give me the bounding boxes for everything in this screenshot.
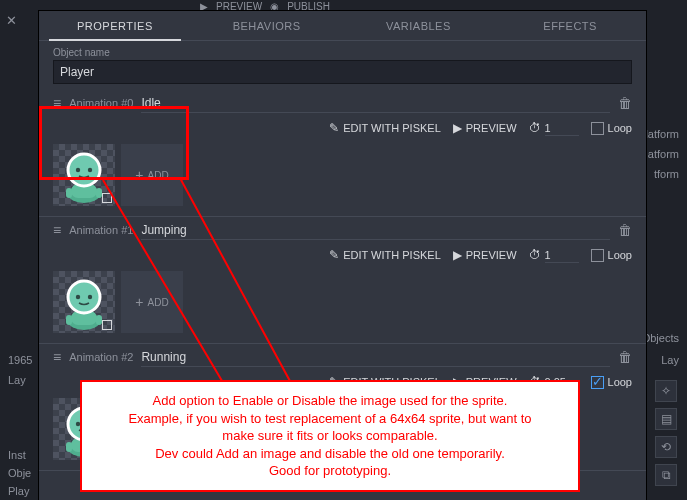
tool-icon[interactable]: ▤ [655, 408, 677, 430]
checkbox-icon[interactable] [591, 122, 604, 135]
close-icon[interactable]: ✕ [4, 14, 18, 28]
loop-label: Loop [608, 376, 632, 388]
edit-with-piskel-button[interactable]: ✎ EDIT WITH PISKEL [329, 121, 441, 135]
loop-label: Loop [608, 122, 632, 134]
drag-handle-icon[interactable]: ≡ [53, 95, 61, 111]
drag-handle-icon[interactable]: ≡ [53, 222, 61, 238]
loop-toggle[interactable]: Loop [591, 122, 632, 135]
delete-animation-icon[interactable]: 🗑 [618, 349, 632, 365]
frame-checkbox-icon[interactable] [102, 320, 112, 330]
animation-index-label: Animation #1 [69, 224, 133, 236]
loop-toggle[interactable]: Loop [591, 249, 632, 262]
bg-text: Lay [661, 354, 679, 366]
tab-effects[interactable]: EFFECTS [494, 11, 646, 40]
plus-icon: + [135, 294, 143, 310]
frame-time-input[interactable] [545, 248, 579, 263]
preview-button[interactable]: ▶ PREVIEW [453, 248, 517, 262]
frames-row: +ADD [53, 140, 632, 212]
svg-rect-14 [66, 315, 72, 325]
tab-behaviors[interactable]: BEHAVIORS [191, 11, 343, 40]
animation-index-label: Animation #2 [69, 351, 133, 363]
bg-text: 1965 [8, 354, 32, 366]
preview-label: PREVIEW [466, 249, 517, 261]
checkbox-icon[interactable] [591, 249, 604, 262]
object-name-input[interactable] [53, 60, 632, 84]
animation-name-input[interactable] [141, 94, 610, 113]
annotation-note: Add option to Enable or Disable the imag… [80, 380, 580, 492]
bg-text: Lay [8, 374, 26, 386]
checkbox-icon[interactable] [591, 376, 604, 389]
tab-variables[interactable]: VARIABLES [343, 11, 495, 40]
animation-block: ≡ Animation #0 🗑 ✎ EDIT WITH PISKEL ▶ PR… [39, 90, 646, 217]
delete-animation-icon[interactable]: 🗑 [618, 95, 632, 111]
side-toolbar: ✧ ▤ ⟲ ⧉ [655, 380, 681, 486]
frames-row: +ADD [53, 267, 632, 339]
timer-icon: ⏱ [529, 248, 541, 262]
edit-label: EDIT WITH PISKEL [343, 249, 441, 261]
svg-point-5 [88, 168, 92, 172]
tool-icon[interactable]: ✧ [655, 380, 677, 402]
delete-animation-icon[interactable]: 🗑 [618, 222, 632, 238]
bg-text: tform [654, 168, 679, 180]
svg-point-4 [76, 168, 80, 172]
animation-index-label: Animation #0 [69, 97, 133, 109]
object-name-label: Object name [39, 41, 646, 60]
frame-time-control[interactable]: ⏱ [529, 248, 579, 263]
bg-text: latform [645, 128, 679, 140]
preview-label: PREVIEW [466, 122, 517, 134]
loop-toggle[interactable]: Loop [591, 376, 632, 389]
animation-name-input[interactable] [141, 221, 610, 240]
sprite-frame[interactable] [53, 271, 115, 333]
annotation-line: make sure it fits or looks comparable. [96, 427, 564, 445]
svg-point-12 [76, 295, 80, 299]
tab-bar: PROPERTIES BEHAVIORS VARIABLES EFFECTS [39, 11, 646, 41]
tool-icon[interactable]: ⟲ [655, 436, 677, 458]
edit-with-piskel-button[interactable]: ✎ EDIT WITH PISKEL [329, 248, 441, 262]
svg-point-13 [88, 295, 92, 299]
drag-handle-icon[interactable]: ≡ [53, 349, 61, 365]
add-frame-button[interactable]: +ADD [121, 271, 183, 333]
preview-button[interactable]: ▶ PREVIEW [453, 121, 517, 135]
svg-rect-6 [66, 188, 72, 198]
annotation-line: Add option to Enable or Disable the imag… [96, 392, 564, 410]
annotation-line: Dev could Add an image and disable the o… [96, 445, 564, 463]
add-frame-button[interactable]: +ADD [121, 144, 183, 206]
frame-time-control[interactable]: ⏱ [529, 121, 579, 136]
animation-name-input[interactable] [141, 348, 610, 367]
sprite-frame[interactable] [53, 144, 115, 206]
svg-rect-22 [66, 442, 72, 452]
animation-block: ≡ Animation #1 🗑 ✎ EDIT WITH PISKEL ▶ PR… [39, 217, 646, 344]
frame-checkbox-icon[interactable] [102, 193, 112, 203]
tab-properties[interactable]: PROPERTIES [39, 11, 191, 40]
plus-icon: + [135, 167, 143, 183]
annotation-line: Good for prototyping. [96, 462, 564, 480]
bg-text: Play [8, 485, 29, 497]
timer-icon: ⏱ [529, 121, 541, 135]
pencil-icon: ✎ [329, 248, 339, 262]
frame-time-input[interactable] [545, 121, 579, 136]
bg-text: Obje [8, 467, 31, 479]
play-icon: ▶ [453, 121, 462, 135]
bg-text: Inst [8, 449, 26, 461]
add-label: ADD [148, 297, 169, 308]
play-icon: ▶ [453, 248, 462, 262]
add-label: ADD [148, 170, 169, 181]
edit-label: EDIT WITH PISKEL [343, 122, 441, 134]
pencil-icon: ✎ [329, 121, 339, 135]
annotation-line: Example, if you wish to test replacement… [96, 410, 564, 428]
loop-label: Loop [608, 249, 632, 261]
tool-icon[interactable]: ⧉ [655, 464, 677, 486]
